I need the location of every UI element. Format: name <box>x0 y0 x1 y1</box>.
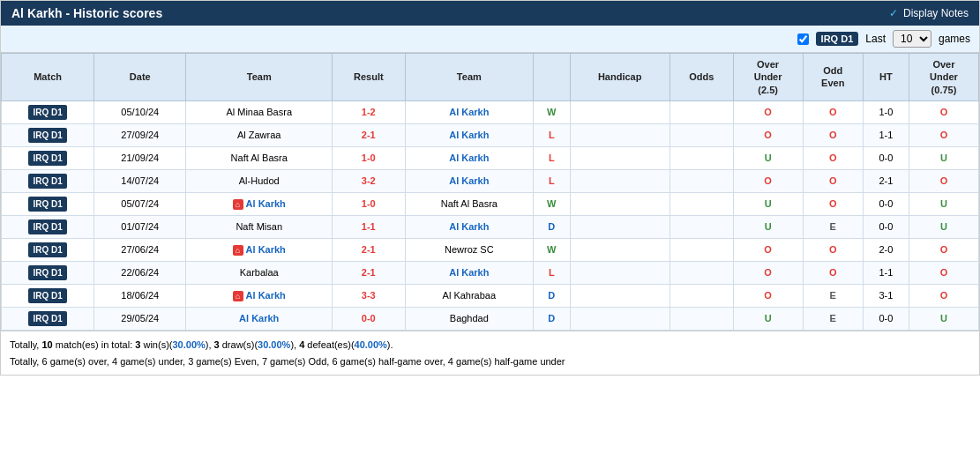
filter-bar: IRQ D1 Last 5 10 15 20 All games <box>1 26 979 53</box>
ou25-cell: U <box>733 192 803 215</box>
odds-cell <box>670 123 733 146</box>
home-icon: ⌂ <box>233 245 243 256</box>
league-cell: IRQ D1 <box>2 307 94 330</box>
display-notes-check[interactable]: ✓ <box>889 7 898 19</box>
oddeven-cell: O <box>803 123 863 146</box>
col-team2: Team <box>405 54 534 101</box>
outcome-cell: L <box>534 123 570 146</box>
result-cell: 2-1 <box>333 261 406 284</box>
ou25-cell: U <box>733 146 803 169</box>
ht-cell: 1-1 <box>863 261 909 284</box>
outcome-cell: W <box>534 238 570 261</box>
result-cell: 1-2 <box>333 100 406 123</box>
draws-pct: 30.00% <box>258 339 290 350</box>
outcome-cell: W <box>534 192 570 215</box>
handicap-cell <box>570 284 670 307</box>
team2-cell: Naft Al Basra <box>405 192 534 215</box>
team2-cell: Newroz SC <box>405 238 534 261</box>
handicap-cell <box>570 215 670 238</box>
handicap-cell <box>570 123 670 146</box>
team2-cell: Al Karkh <box>405 100 534 123</box>
odds-cell <box>670 100 733 123</box>
result-cell: 3-3 <box>333 284 406 307</box>
ht-cell: 0-0 <box>863 146 909 169</box>
oddeven-cell: O <box>803 261 863 284</box>
outcome-cell: D <box>534 307 570 330</box>
header-controls: ✓ Display Notes <box>889 7 969 19</box>
team2-cell: Al Karkh <box>405 123 534 146</box>
col-odds: Odds <box>670 54 733 101</box>
league-cell: IRQ D1 <box>2 284 94 307</box>
table-row: IRQ D122/06/24Karbalaa2-1Al KarkhLOO1-1O <box>2 261 979 284</box>
date-cell: 27/09/24 <box>94 123 186 146</box>
col-ht: HT <box>863 54 909 101</box>
handicap-cell <box>570 146 670 169</box>
result-cell: 3-2 <box>333 169 406 192</box>
ou25-cell: O <box>733 261 803 284</box>
ou25-cell: O <box>733 169 803 192</box>
date-cell: 22/06/24 <box>94 261 186 284</box>
handicap-cell <box>570 261 670 284</box>
table-header-row: Match Date Team Result Team Handicap Odd… <box>2 54 979 101</box>
oddeven-cell: E <box>803 307 863 330</box>
odds-cell <box>670 192 733 215</box>
ou075-cell: O <box>909 261 978 284</box>
summary-line1: Totally, 10 match(es) in total: 3 win(s)… <box>10 337 970 353</box>
table-row: IRQ D101/07/24Naft Misan1-1Al KarkhDUE0-… <box>2 215 979 238</box>
col-handicap: Handicap <box>570 54 670 101</box>
handicap-cell <box>570 192 670 215</box>
league-cell: IRQ D1 <box>2 100 94 123</box>
table-row: IRQ D105/07/24⌂Al Karkh1-0Naft Al BasraW… <box>2 192 979 215</box>
league-cell: IRQ D1 <box>2 123 94 146</box>
ht-cell: 0-0 <box>863 307 909 330</box>
oddeven-cell: O <box>803 238 863 261</box>
team1-cell: ⌂Al Karkh <box>186 238 333 261</box>
defeats-count: 4 <box>299 339 304 350</box>
date-cell: 01/07/24 <box>94 215 186 238</box>
ou25-cell: O <box>733 284 803 307</box>
summary-line2: Totally, 6 game(s) over, 4 game(s) under… <box>10 353 970 370</box>
table-row: IRQ D127/09/24Al Zawraa2-1Al KarkhLOO1-1… <box>2 123 979 146</box>
odds-cell <box>670 215 733 238</box>
team2-cell: Al Karkh <box>405 146 534 169</box>
handicap-cell <box>570 100 670 123</box>
oddeven-cell: O <box>803 169 863 192</box>
league-filter-checkbox[interactable] <box>797 33 809 45</box>
handicap-cell <box>570 169 670 192</box>
table-row: IRQ D121/09/24Naft Al Basra1-0Al KarkhLU… <box>2 146 979 169</box>
date-cell: 18/06/24 <box>94 284 186 307</box>
ht-cell: 2-0 <box>863 238 909 261</box>
total-matches: 10 <box>41 339 52 350</box>
result-cell: 2-1 <box>333 238 406 261</box>
home-icon: ⌂ <box>233 291 243 301</box>
ou25-cell: U <box>733 215 803 238</box>
team1-cell: Karbalaa <box>186 261 333 284</box>
team1-cell: Al-Hudod <box>186 169 333 192</box>
league-cell: IRQ D1 <box>2 238 94 261</box>
ht-cell: 3-1 <box>863 284 909 307</box>
display-notes-label: Display Notes <box>903 7 969 19</box>
team1-cell: Al Minaa Basra <box>186 100 333 123</box>
ht-cell: 1-1 <box>863 123 909 146</box>
team1-cell: Al Karkh <box>186 307 333 330</box>
games-select[interactable]: 5 10 15 20 All <box>893 30 931 48</box>
ou075-cell: O <box>909 100 978 123</box>
ht-cell: 0-0 <box>863 215 909 238</box>
team2-cell: Al Kahrabaa <box>405 284 534 307</box>
oddeven-cell: E <box>803 215 863 238</box>
odds-cell <box>670 146 733 169</box>
date-cell: 21/09/24 <box>94 146 186 169</box>
col-date: Date <box>94 54 186 101</box>
ou25-cell: O <box>733 123 803 146</box>
col-match: Match <box>2 54 94 101</box>
team2-cell: Al Karkh <box>405 261 534 284</box>
date-cell: 05/07/24 <box>94 192 186 215</box>
page-title: Al Karkh - Historic scores <box>11 6 162 20</box>
table-row: IRQ D127/06/24⌂Al Karkh2-1Newroz SCWOO2-… <box>2 238 979 261</box>
ou25-cell: O <box>733 100 803 123</box>
team2-cell: Baghdad <box>405 307 534 330</box>
ou075-cell: O <box>909 123 978 146</box>
ou075-cell: U <box>909 307 978 330</box>
ou25-cell: U <box>733 307 803 330</box>
last-label: Last <box>865 33 886 45</box>
